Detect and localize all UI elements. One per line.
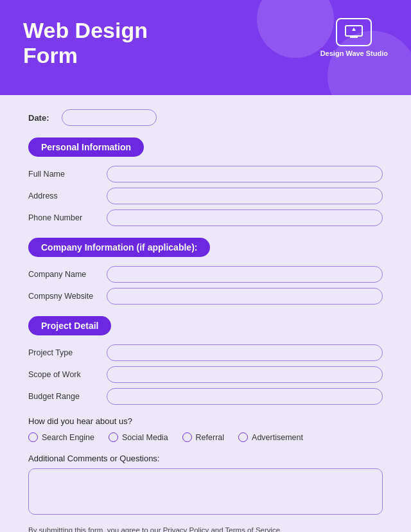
address-input[interactable] xyxy=(107,188,383,204)
radio-group: Search Engine Social Media Referral Adve… xyxy=(28,432,383,442)
full-name-row: Full Name xyxy=(28,166,383,182)
personal-section-header: Personal Information xyxy=(28,137,144,157)
budget-range-row: Budget Range xyxy=(28,388,383,405)
company-section-header: Company Information (if applicable): xyxy=(28,238,210,257)
radio-advertisement[interactable]: Advertisement xyxy=(238,432,303,442)
radio-social-media[interactable]: Social Media xyxy=(109,432,168,442)
project-section: Project Detail Project Type Scope of Wor… xyxy=(28,316,383,405)
footer-text: By submitting this form, you agree to ou… xyxy=(28,526,383,532)
company-section: Company Information (if applicable): Com… xyxy=(28,238,383,305)
date-input[interactable] xyxy=(62,109,157,126)
phone-row: Phone Number xyxy=(28,209,383,226)
phone-input[interactable] xyxy=(107,209,383,226)
page-title: Web Design Form xyxy=(23,18,203,68)
personal-section: Personal Information Full Name Address P… xyxy=(28,137,383,226)
radio-circle-social xyxy=(109,432,118,442)
radio-circle-advertisement xyxy=(238,432,248,442)
radio-search-engine[interactable]: Search Engine xyxy=(28,432,94,442)
date-row: Date: xyxy=(28,109,383,126)
radio-question: How did you hear about us? xyxy=(28,416,383,426)
logo: Design Wave Studio xyxy=(320,18,388,58)
project-type-row: Project Type xyxy=(28,344,383,361)
company-website-row: Compsny Website xyxy=(28,288,383,305)
budget-range-input[interactable] xyxy=(107,388,383,405)
project-section-header: Project Detail xyxy=(28,316,111,335)
radio-referral[interactable]: Referral xyxy=(182,432,224,442)
header: Web Design Form Design Wave Studio xyxy=(0,0,411,95)
company-name-label: Company Name xyxy=(28,270,99,279)
project-type-label: Project Type xyxy=(28,348,99,357)
address-row: Address xyxy=(28,188,383,204)
date-label: Date: xyxy=(28,113,53,123)
comments-textarea[interactable] xyxy=(28,468,383,515)
scope-of-work-row: Scope of Work xyxy=(28,366,383,383)
radio-circle-search xyxy=(28,432,38,442)
logo-label: Design Wave Studio xyxy=(320,49,388,58)
full-name-label: Full Name xyxy=(28,170,99,179)
company-website-input[interactable] xyxy=(107,288,383,305)
company-name-input[interactable] xyxy=(107,266,383,283)
address-label: Address xyxy=(28,191,99,200)
company-name-row: Company Name xyxy=(28,266,383,283)
svg-marker-3 xyxy=(352,28,356,31)
logo-icon xyxy=(336,18,372,46)
radio-circle-referral xyxy=(182,432,192,442)
comments-label: Additional Comments or Questions: xyxy=(28,454,383,463)
scope-of-work-label: Scope of Work xyxy=(28,370,99,379)
company-website-label: Compsny Website xyxy=(28,292,99,301)
budget-range-label: Budget Range xyxy=(28,392,99,401)
full-name-input[interactable] xyxy=(107,166,383,182)
project-type-input[interactable] xyxy=(107,344,383,361)
scope-of-work-input[interactable] xyxy=(107,366,383,383)
form-body: Date: Personal Information Full Name Add… xyxy=(0,95,411,532)
phone-label: Phone Number xyxy=(28,213,99,222)
